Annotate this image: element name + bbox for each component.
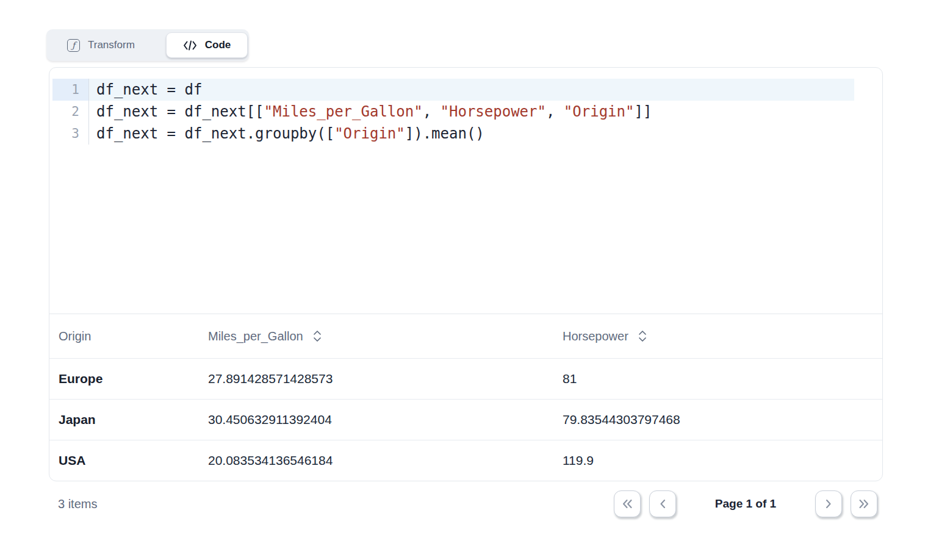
cell-origin: Europe xyxy=(49,372,199,386)
code-editor[interactable]: 1 df_next = df 2 df_next = df_next[["Mil… xyxy=(49,68,882,314)
sort-icon[interactable] xyxy=(313,329,322,343)
cell-horsepower: 119.9 xyxy=(553,453,882,468)
view-toggle: ƒ Transform Code xyxy=(46,29,249,61)
tab-code-label: Code xyxy=(205,39,231,51)
chevron-right-icon xyxy=(824,499,833,509)
code-line[interactable]: 3 df_next = df_next.groupby(["Origin"]).… xyxy=(52,123,854,145)
next-page-button[interactable] xyxy=(815,490,842,517)
column-header-miles-per-gallon[interactable]: Miles_per_Gallon xyxy=(199,329,553,343)
page-indicator: Page 1 of 1 xyxy=(685,497,807,511)
tab-code[interactable]: Code xyxy=(166,32,248,58)
table-row: Japan 30.450632911392404 79.835443037974… xyxy=(49,399,882,440)
last-page-button[interactable] xyxy=(851,490,877,517)
pagination-controls: Page 1 of 1 xyxy=(614,490,883,517)
cell-origin: Japan xyxy=(49,412,199,427)
transform-card: 1 df_next = df 2 df_next = df_next[["Mil… xyxy=(49,67,883,481)
line-number: 1 xyxy=(52,79,89,101)
code-line[interactable]: 2 df_next = df_next[["Miles_per_Gallon",… xyxy=(52,101,854,123)
double-chevron-right-icon xyxy=(858,499,870,509)
cell-miles-per-gallon: 27.891428571428573 xyxy=(199,372,553,386)
tab-transform-label: Transform xyxy=(88,39,135,51)
chevron-left-icon xyxy=(658,499,667,509)
line-number: 3 xyxy=(52,123,89,145)
code-line-content: df_next = df xyxy=(89,79,202,101)
tab-transform[interactable]: ƒ Transform xyxy=(46,39,135,52)
code-line-content: df_next = df_next.groupby(["Origin"]).me… xyxy=(89,123,484,145)
first-page-button[interactable] xyxy=(614,490,641,517)
code-line[interactable]: 1 df_next = df xyxy=(52,79,854,101)
cell-horsepower: 79.83544303797468 xyxy=(553,412,882,427)
column-header-origin: Origin xyxy=(49,329,199,343)
table-row: USA 20.083534136546184 119.9 xyxy=(49,440,882,481)
column-header-horsepower[interactable]: Horsepower xyxy=(553,329,882,343)
code-line-content: df_next = df_next[["Miles_per_Gallon", "… xyxy=(89,101,652,123)
sort-icon[interactable] xyxy=(638,329,647,343)
cell-miles-per-gallon: 20.083534136546184 xyxy=(199,453,553,468)
table-row: Europe 27.891428571428573 81 xyxy=(49,358,882,399)
items-count: 3 items xyxy=(49,497,97,511)
cell-horsepower: 81 xyxy=(553,372,882,386)
double-chevron-left-icon xyxy=(621,499,633,509)
table-footer: 3 items Page 1 of 1 xyxy=(49,490,883,518)
cell-miles-per-gallon: 30.450632911392404 xyxy=(199,412,553,427)
code-icon xyxy=(183,40,197,51)
function-icon: ƒ xyxy=(67,39,80,52)
cell-origin: USA xyxy=(49,453,199,468)
table-header: Origin Miles_per_Gallon Horsepower xyxy=(49,314,882,358)
line-number: 2 xyxy=(52,101,89,123)
previous-page-button[interactable] xyxy=(649,490,676,517)
